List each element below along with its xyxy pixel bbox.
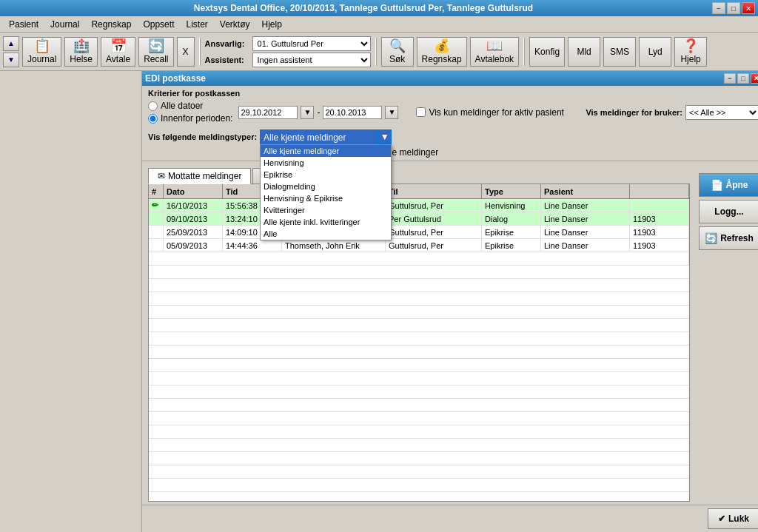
dropdown-item-5[interactable]: Kvitteringer [261, 204, 391, 216]
journal-button[interactable]: 📋 Journal [22, 37, 61, 67]
close-button[interactable]: ✕ [742, 2, 755, 14]
table-row[interactable]: 25/09/2013 14:09:10 Nilsen, Dagfinn Gutt… [149, 226, 689, 239]
lukk-button[interactable]: ✔ Lukk [708, 508, 758, 529]
tab-mottatte[interactable]: ✉ Mottatte meldinger [148, 168, 251, 184]
menu-oppsett[interactable]: Oppsett [137, 18, 180, 31]
criteria-row-1: Alle datoer Innenfor perioden: ▼ - ▼ [148, 101, 758, 144]
ansvarlig-select[interactable]: 01. Guttulsrud Per [252, 36, 371, 51]
to-date-input[interactable] [323, 106, 382, 119]
lyd-button[interactable]: Lyd [639, 37, 671, 67]
date-radio-group: Alle datoer Innenfor perioden: [148, 101, 232, 124]
vis-type-label: Vis følgende meldingstyper: [148, 132, 257, 141]
regnskap-button[interactable]: 💰 Regnskap [417, 37, 467, 67]
menu-regnskap[interactable]: Regnskap [85, 18, 137, 31]
table-row-empty [149, 306, 689, 319]
table-row-empty [149, 332, 689, 346]
date-range: ▼ - ▼ [238, 106, 398, 119]
table-row-empty [149, 266, 689, 279]
dropdown-item-6[interactable]: Alle kjente inkl. kvitteringer [261, 216, 391, 228]
avtalebok-button[interactable]: 📖 Avtalebok [470, 37, 519, 67]
minimize-button[interactable]: − [712, 2, 725, 14]
vis-kun-checkbox[interactable]: Vis kun meldinger for aktiv pasient [416, 107, 564, 118]
avtale-button[interactable]: 📅 Avtale [101, 37, 135, 67]
recall-label: Recall [144, 54, 168, 64]
row-num-0 [630, 199, 689, 212]
from-date-picker[interactable]: ▼ [301, 106, 314, 119]
row-icon-0: ✏ [149, 199, 164, 212]
menu-pasient[interactable]: Pasient [3, 18, 44, 31]
sms-button[interactable]: SMS [603, 37, 636, 67]
edi-minimize-button[interactable]: − [724, 73, 736, 84]
assistent-select[interactable]: Ingen assistent [252, 53, 371, 67]
alle-datoer-radio[interactable]: Alle datoer [148, 101, 232, 111]
apne-label: Åpne [726, 180, 748, 190]
to-date-picker[interactable]: ▼ [385, 106, 398, 119]
assistent-label: Assistent: [205, 55, 249, 64]
dropdown-item-3[interactable]: Dialogmelding [261, 181, 391, 192]
edi-close-button[interactable]: ✕ [751, 73, 758, 84]
apne-button[interactable]: 📄 Åpne [699, 173, 758, 197]
msg-type-dropdown-button[interactable]: ▼ [378, 129, 392, 144]
criteria-section: Kriterier for postkassen Alle datoer Inn… [142, 86, 758, 161]
edi-controls: − □ ✕ [724, 73, 758, 84]
msg-type-input[interactable]: Alle kjente meldinger [260, 129, 378, 144]
separator-3 [523, 38, 525, 66]
sok-button[interactable]: 🔍 Søk [381, 37, 414, 67]
title-bar-controls: − □ ✕ [712, 2, 755, 14]
maximize-button[interactable]: □ [727, 2, 740, 14]
x-button[interactable]: X [177, 37, 195, 67]
dropdown-item-1[interactable]: Henvisning [261, 157, 391, 169]
table-body: ✏ 16/10/2013 15:56:38 Thomseth, John Eri… [149, 199, 689, 501]
row-type-1: Dialog [482, 212, 541, 225]
col-til: Til [386, 184, 482, 198]
menu-verktoy[interactable]: Verktøy [214, 18, 256, 31]
main-content: EDI postkasse − □ ✕ Kriterier for postka… [0, 71, 758, 532]
helse-button[interactable]: 🏥 Helse [64, 37, 98, 67]
recall-button[interactable]: 🔄 Recall [138, 37, 173, 67]
edi-maximize-button[interactable]: □ [737, 73, 749, 84]
mld-button[interactable]: Mld [568, 37, 600, 67]
table-row[interactable]: ✏ 16/10/2013 15:56:38 Thomseth, John Eri… [149, 199, 689, 212]
logg-button[interactable]: Logg... [699, 200, 758, 223]
menu-lister[interactable]: Lister [180, 18, 213, 31]
edi-window: EDI postkasse − □ ✕ Kriterier for postka… [142, 71, 758, 532]
table-row-empty [149, 252, 689, 266]
msg-type-dropdown: Alle kjente meldinger Henvisning Epikris… [260, 144, 392, 240]
table-row[interactable]: 09/10/2013 13:24:10 John Erik Thomseth P… [149, 212, 689, 226]
menu-hjelp[interactable]: Hjelp [256, 18, 288, 31]
row-tid-3: 14:44:36 [223, 239, 282, 252]
from-date-input[interactable] [238, 106, 298, 119]
ansvarlig-section: Ansvarlig: 01. Guttulsrud Per Assistent:… [205, 36, 371, 67]
innenfor-radio[interactable]: Innenfor perioden: [148, 113, 232, 124]
konfig-button[interactable]: Konfig [529, 37, 565, 67]
table-row-empty [149, 452, 689, 465]
dropdown-item-0[interactable]: Alle kjente meldinger [261, 145, 391, 157]
recall-icon: 🔄 [148, 39, 164, 53]
tab-mottatte-label: Mottatte meldinger [168, 171, 241, 181]
helse-icon: 🏥 [73, 39, 90, 53]
dropdown-item-7[interactable]: Alle [261, 228, 391, 240]
table-row-empty [149, 359, 689, 372]
edi-title: EDI postkasse [145, 73, 206, 84]
nav-arrows: ▲ ▼ [3, 36, 19, 67]
user-select[interactable]: << Alle >> [685, 105, 758, 120]
dropdown-item-2[interactable]: Epikrise [261, 169, 391, 181]
edi-bottom: ✔ Lukk [142, 505, 758, 532]
menu-bar: Pasient Journal Regnskap Oppsett Lister … [0, 16, 758, 33]
dropdown-item-4[interactable]: Henvisning & Epikrise [261, 192, 391, 204]
col-type: Type [482, 184, 541, 198]
col-num [630, 184, 689, 198]
nav-up-button[interactable]: ▲ [3, 36, 19, 51]
msg-type-section: Vis følgende meldingstyper: Alle kjente … [148, 129, 392, 144]
hjelp-toolbar-button[interactable]: ❓ Hjelp [674, 37, 707, 67]
refresh-button[interactable]: 🔄 Refresh [699, 226, 758, 250]
table-row[interactable]: 05/09/2013 14:44:36 Thomseth, John Erik … [149, 239, 689, 252]
separator-1 [199, 38, 201, 66]
menu-journal[interactable]: Journal [44, 18, 85, 31]
row-icon-2 [149, 226, 164, 238]
table-row-empty [149, 399, 689, 412]
row-pasient-2: Line Danser [541, 226, 630, 238]
nav-down-button[interactable]: ▼ [3, 53, 19, 67]
row-num-1: 11903 [630, 212, 689, 225]
refresh-icon: 🔄 [705, 232, 717, 244]
